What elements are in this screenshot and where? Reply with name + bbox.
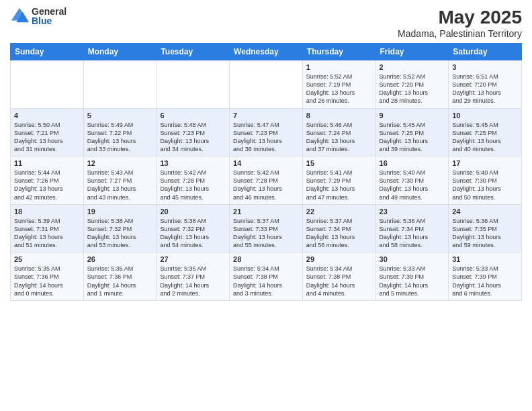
cell-content: Sunrise: 5:39 AM Sunset: 7:31 PM Dayligh… [14,217,80,250]
cell-content: Sunrise: 5:43 AM Sunset: 7:27 PM Dayligh… [87,169,153,201]
day-number: 18 [14,208,80,216]
calendar-cell: 2Sunrise: 5:52 AM Sunset: 7:20 PM Daylig… [375,60,449,109]
subtitle: Madama, Palestinian Territory [398,28,522,39]
day-number: 5 [87,111,153,120]
cell-content: Sunrise: 5:38 AM Sunset: 7:32 PM Dayligh… [87,217,153,250]
cell-content: Sunrise: 5:35 AM Sunset: 7:36 PM Dayligh… [14,265,80,298]
calendar-cell: 23Sunrise: 5:36 AM Sunset: 7:34 PM Dayli… [375,204,449,253]
cell-content: Sunrise: 5:47 AM Sunset: 7:23 PM Dayligh… [233,121,299,154]
logo-general: General [32,7,66,16]
calendar-cell: 31Sunrise: 5:33 AM Sunset: 7:39 PM Dayli… [449,253,522,301]
calendar-cell: 5Sunrise: 5:49 AM Sunset: 7:22 PM Daylig… [83,108,157,156]
day-number: 17 [452,159,518,167]
day-number: 28 [233,255,299,263]
calendar-cell: 4Sunrise: 5:50 AM Sunset: 7:21 PM Daylig… [11,108,84,156]
day-number: 21 [233,208,299,216]
calendar-cell: 9Sunrise: 5:45 AM Sunset: 7:25 PM Daylig… [375,108,449,156]
title-block: May 2025 Madama, Palestinian Territory [398,7,522,39]
day-number: 23 [380,208,445,216]
calendar-cell: 12Sunrise: 5:43 AM Sunset: 7:27 PM Dayli… [83,156,157,205]
cell-content: Sunrise: 5:51 AM Sunset: 7:20 PM Dayligh… [452,73,518,105]
day-number: 11 [14,159,80,167]
day-number: 31 [452,255,518,263]
day-number: 16 [380,159,445,167]
day-number: 6 [160,111,226,120]
day-number: 30 [380,255,445,263]
calendar-week-1: 1Sunrise: 5:52 AM Sunset: 7:19 PM Daylig… [11,60,522,109]
calendar-cell [230,60,303,109]
day-number: 1 [306,63,372,71]
calendar-cell: 29Sunrise: 5:34 AM Sunset: 7:38 PM Dayli… [302,253,375,301]
calendar-cell: 19Sunrise: 5:38 AM Sunset: 7:32 PM Dayli… [83,204,157,253]
day-number: 12 [87,159,153,167]
cell-content: Sunrise: 5:40 AM Sunset: 7:30 PM Dayligh… [380,169,445,201]
day-number: 2 [380,63,445,71]
logo-icon [10,7,29,26]
cell-content: Sunrise: 5:45 AM Sunset: 7:25 PM Dayligh… [380,121,445,154]
day-number: 26 [87,255,153,263]
main-title: May 2025 [398,7,522,28]
calendar-cell: 27Sunrise: 5:35 AM Sunset: 7:37 PM Dayli… [157,253,230,301]
weekday-header-tuesday: Tuesday [157,44,230,60]
logo-blue: Blue [32,16,66,26]
day-number: 8 [306,111,372,120]
calendar-cell: 6Sunrise: 5:48 AM Sunset: 7:23 PM Daylig… [157,108,230,156]
logo: General Blue [10,7,66,26]
cell-content: Sunrise: 5:34 AM Sunset: 7:38 PM Dayligh… [233,265,299,298]
cell-content: Sunrise: 5:35 AM Sunset: 7:36 PM Dayligh… [87,265,153,298]
weekday-header-sunday: Sunday [11,44,84,60]
cell-content: Sunrise: 5:36 AM Sunset: 7:34 PM Dayligh… [380,217,445,250]
calendar-cell [83,60,157,109]
weekday-header-row: SundayMondayTuesdayWednesdayThursdayFrid… [11,44,522,60]
day-number: 10 [452,111,518,120]
day-number: 22 [306,208,372,216]
cell-content: Sunrise: 5:52 AM Sunset: 7:20 PM Dayligh… [380,73,445,105]
calendar-cell: 21Sunrise: 5:37 AM Sunset: 7:33 PM Dayli… [230,204,303,253]
weekday-header-monday: Monday [83,44,157,60]
cell-content: Sunrise: 5:34 AM Sunset: 7:38 PM Dayligh… [306,265,372,298]
cell-content: Sunrise: 5:37 AM Sunset: 7:34 PM Dayligh… [306,217,372,250]
calendar-cell: 7Sunrise: 5:47 AM Sunset: 7:23 PM Daylig… [230,108,303,156]
page-header: General Blue May 2025 Madama, Palestinia… [10,7,522,39]
calendar-cell: 25Sunrise: 5:35 AM Sunset: 7:36 PM Dayli… [11,253,84,301]
calendar-week-2: 4Sunrise: 5:50 AM Sunset: 7:21 PM Daylig… [11,108,522,156]
calendar-cell: 18Sunrise: 5:39 AM Sunset: 7:31 PM Dayli… [11,204,84,253]
calendar-cell: 1Sunrise: 5:52 AM Sunset: 7:19 PM Daylig… [302,60,375,109]
day-number: 15 [306,159,372,167]
calendar-cell: 24Sunrise: 5:36 AM Sunset: 7:35 PM Dayli… [449,204,522,253]
calendar-cell [157,60,230,109]
cell-content: Sunrise: 5:44 AM Sunset: 7:26 PM Dayligh… [14,169,80,201]
day-number: 29 [306,255,372,263]
day-number: 13 [160,159,226,167]
cell-content: Sunrise: 5:41 AM Sunset: 7:29 PM Dayligh… [306,169,372,201]
calendar-cell: 22Sunrise: 5:37 AM Sunset: 7:34 PM Dayli… [302,204,375,253]
calendar-cell: 10Sunrise: 5:45 AM Sunset: 7:25 PM Dayli… [449,108,522,156]
calendar-cell: 14Sunrise: 5:42 AM Sunset: 7:28 PM Dayli… [230,156,303,205]
day-number: 25 [14,255,80,263]
cell-content: Sunrise: 5:37 AM Sunset: 7:33 PM Dayligh… [233,217,299,250]
cell-content: Sunrise: 5:35 AM Sunset: 7:37 PM Dayligh… [160,265,226,298]
cell-content: Sunrise: 5:38 AM Sunset: 7:32 PM Dayligh… [160,217,226,250]
day-number: 9 [380,111,445,120]
calendar-cell: 11Sunrise: 5:44 AM Sunset: 7:26 PM Dayli… [11,156,84,205]
logo-text: General Blue [32,7,66,26]
cell-content: Sunrise: 5:50 AM Sunset: 7:21 PM Dayligh… [14,121,80,154]
weekday-header-wednesday: Wednesday [230,44,303,60]
cell-content: Sunrise: 5:42 AM Sunset: 7:28 PM Dayligh… [233,169,299,201]
calendar-cell: 3Sunrise: 5:51 AM Sunset: 7:20 PM Daylig… [449,60,522,109]
cell-content: Sunrise: 5:49 AM Sunset: 7:22 PM Dayligh… [87,121,153,154]
day-number: 24 [452,208,518,216]
cell-content: Sunrise: 5:46 AM Sunset: 7:24 PM Dayligh… [306,121,372,154]
calendar-cell: 30Sunrise: 5:33 AM Sunset: 7:39 PM Dayli… [375,253,449,301]
calendar-table: SundayMondayTuesdayWednesdayThursdayFrid… [10,43,522,301]
cell-content: Sunrise: 5:33 AM Sunset: 7:39 PM Dayligh… [380,265,445,298]
day-number: 4 [14,111,80,120]
cell-content: Sunrise: 5:40 AM Sunset: 7:30 PM Dayligh… [452,169,518,201]
weekday-header-saturday: Saturday [449,44,522,60]
cell-content: Sunrise: 5:33 AM Sunset: 7:39 PM Dayligh… [452,265,518,298]
calendar-cell: 17Sunrise: 5:40 AM Sunset: 7:30 PM Dayli… [449,156,522,205]
cell-content: Sunrise: 5:48 AM Sunset: 7:23 PM Dayligh… [160,121,226,154]
day-number: 7 [233,111,299,120]
cell-content: Sunrise: 5:45 AM Sunset: 7:25 PM Dayligh… [452,121,518,154]
cell-content: Sunrise: 5:52 AM Sunset: 7:19 PM Dayligh… [306,73,372,105]
